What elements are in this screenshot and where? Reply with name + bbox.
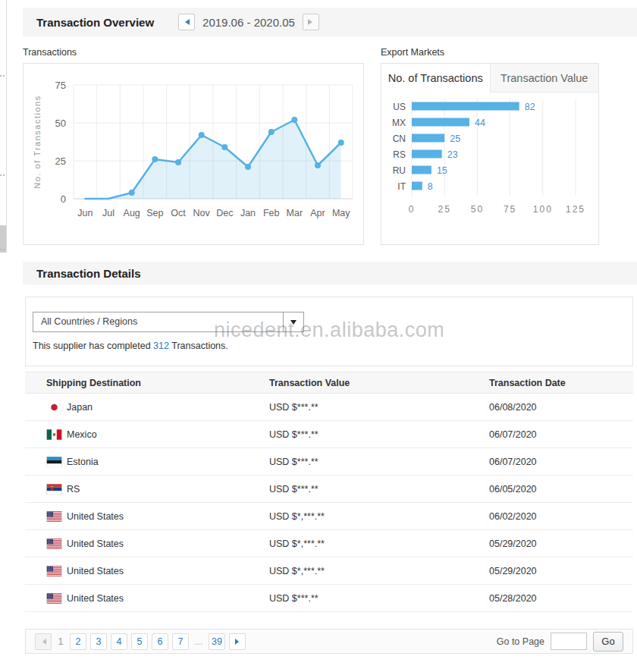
transactions-count-link[interactable]: 312 [153,341,169,351]
table-row: United StatesUSD $*,***.**05/29/2020 [25,557,633,585]
date-range-label: 2019.06 - 2020.05 [202,16,295,29]
table-row: United StatesUSD $***.**05/28/2020 [25,585,633,612]
goto-page-group: Go to Page Go [497,632,623,652]
pagination-page-7[interactable]: 7 [172,633,189,650]
date-range-nav: 2019.06 - 2020.05 [178,14,319,30]
col-shipping-destination: Shipping Destination [25,378,269,388]
cell-transaction-value: USD $***.** [269,593,489,604]
cell-shipping-destination: Estonia [25,457,269,467]
tab-no-of-transactions[interactable]: No. of Transactions [381,64,490,93]
table-row: United StatesUSD $*,***.**06/02/2020 [25,503,633,530]
pagination-prev-button[interactable] [35,633,52,650]
cell-transaction-value: USD $***.** [269,484,489,495]
export-markets-bar-chart: 0255075100125US82MX44CN25RS23RU15IT8 [381,93,598,243]
svg-text:MX: MX [392,118,406,128]
tab-transaction-value[interactable]: Transaction Value [490,64,599,93]
cell-transaction-value: USD $***.** [269,457,489,467]
svg-text:May: May [332,208,350,218]
svg-text:75: 75 [55,80,66,91]
next-period-button[interactable] [303,14,319,30]
pagination-ellipsis: ... [195,636,202,647]
table-row: JapanUSD $***.**06/08/2020 [25,394,633,421]
destination-label: RS [67,484,80,495]
prev-period-button[interactable] [178,14,195,30]
export-markets-card: No. of Transactions Transaction Value 02… [381,63,599,245]
pagination-page-39[interactable]: 39 [209,633,225,650]
svg-text:Nov: Nov [193,208,211,218]
transaction-overview-title: Transaction Overview [36,16,154,29]
pagination-next-button[interactable] [229,633,246,650]
flag-icon-us [46,593,62,604]
goto-page-input[interactable] [551,633,587,650]
cell-transaction-date: 06/07/2020 [489,429,633,440]
country-filter-dropdown[interactable]: All Countries / Regions [33,312,304,332]
svg-text:Jun: Jun [77,208,93,218]
svg-text:CN: CN [393,133,406,144]
svg-text:RS: RS [393,149,406,160]
pagination-page-5[interactable]: 5 [131,633,148,650]
export-markets-section: Export Markets No. of Transactions Trans… [381,47,599,245]
transactions-table: Shipping Destination Transaction Value T… [25,372,633,612]
destination-label: Estonia [67,457,99,467]
cell-transaction-date: 06/02/2020 [489,511,633,522]
export-markets-tabs: No. of Transactions Transaction Value [381,64,598,93]
pagination-page-4[interactable]: 4 [111,633,127,650]
transactions-line-chart: 0255075No. of TransactionsJunJulAugSepOc… [24,64,363,244]
svg-text:50: 50 [471,204,484,215]
transaction-details-title: Transaction Details [36,267,141,280]
flag-icon-jp [46,402,62,413]
svg-text:IT: IT [397,181,406,192]
cell-transaction-date: 06/08/2020 [489,402,633,413]
svg-text:0: 0 [61,193,66,205]
cell-transaction-value: USD $***.** [269,402,489,413]
table-row: MexicoUSD $***.**06/07/2020 [25,421,633,448]
svg-text:Apr: Apr [310,208,325,218]
dropdown-arrow-button[interactable] [283,312,303,331]
left-rule-dot [0,249,5,250]
filter-box: All Countries / Regions This supplier ha… [25,297,633,366]
left-rule-dot [0,174,5,176]
pagination-bar: 1234567...39 Go to Page Go [25,629,633,654]
chevron-right-icon [235,639,242,645]
col-transaction-value: Transaction Value [269,378,489,388]
chevron-left-icon [182,19,190,25]
summary-prefix: This supplier has completed [33,341,153,351]
table-row: RSUSD $***.**06/05/2020 [25,476,633,503]
pagination-current-page: 1 [55,636,66,647]
flag-icon-us [46,511,62,522]
cell-transaction-value: USD $*,***.** [269,566,489,576]
svg-text:100: 100 [533,204,553,215]
svg-text:0: 0 [409,204,416,215]
destination-label: Japan [67,402,93,413]
goto-page-label: Go to Page [497,636,544,647]
cell-shipping-destination: RS [25,484,269,495]
charts-row: Transactions 0255075No. of TransactionsJ… [23,47,599,245]
cell-shipping-destination: United States [25,511,269,522]
svg-text:US: US [393,102,406,112]
pagination-page-3[interactable]: 3 [90,633,107,650]
chevron-down-icon [290,320,297,328]
svg-text:75: 75 [504,204,516,215]
svg-text:25: 25 [450,133,460,144]
svg-text:44: 44 [475,118,485,128]
cell-shipping-destination: United States [25,539,269,549]
country-filter-value: All Countries / Regions [33,312,283,331]
table-header-row: Shipping Destination Transaction Value T… [25,372,633,394]
chevron-left-icon [39,639,46,645]
svg-text:25: 25 [438,204,451,215]
cell-transaction-date: 05/29/2020 [489,566,633,576]
svg-text:Dec: Dec [216,208,233,218]
destination-label: United States [67,593,124,604]
pagination-page-2[interactable]: 2 [70,633,86,650]
flag-icon-us [46,566,62,576]
go-button[interactable]: Go [593,632,623,652]
svg-text:RU: RU [393,165,406,176]
destination-label: United States [67,511,124,522]
svg-text:No. of Transactions: No. of Transactions [33,95,42,188]
table-row: EstoniaUSD $***.**06/07/2020 [25,448,633,476]
pagination-page-6[interactable]: 6 [152,633,168,650]
svg-text:50: 50 [55,118,66,129]
cell-transaction-date: 06/07/2020 [489,457,633,467]
svg-text:Aug: Aug [124,208,140,218]
chevron-right-icon [308,19,315,25]
